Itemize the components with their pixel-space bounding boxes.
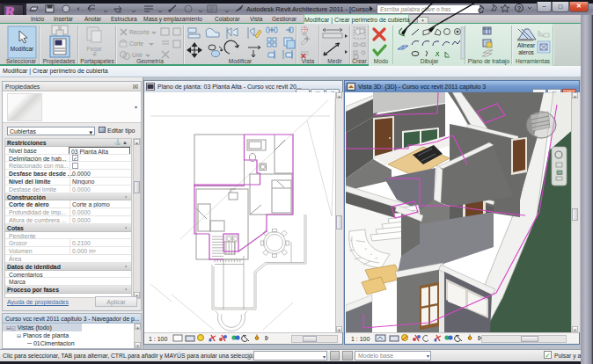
svg-text:Recorte: Recorte — [129, 29, 150, 35]
svg-text:aleros: aleros — [518, 49, 534, 55]
svg-text:?: ? — [517, 4, 522, 12]
svg-text:Alinear: Alinear — [517, 42, 536, 48]
svg-text:✕: ✕ — [300, 52, 307, 61]
svg-text:Pegar: Pegar — [86, 46, 102, 53]
svg-text:Corte: Corte — [129, 40, 143, 47]
svg-text:Modificar: Modificar — [11, 46, 34, 52]
svg-text:Unir: Unir — [132, 52, 143, 58]
